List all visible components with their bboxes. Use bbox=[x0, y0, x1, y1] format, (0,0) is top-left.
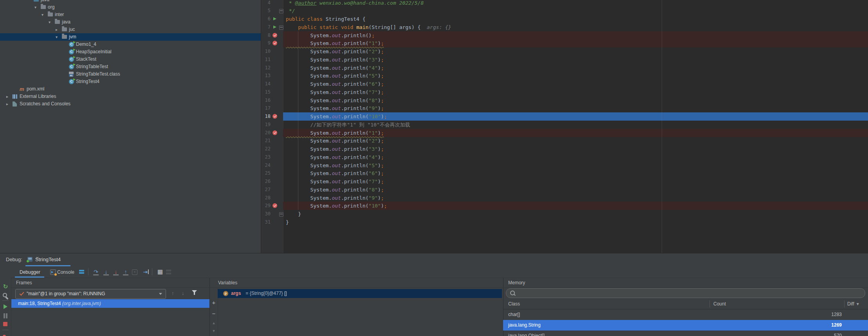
chevron-down-icon[interactable]: ▾ bbox=[49, 18, 51, 26]
view-breakpoints-icon[interactable] bbox=[2, 334, 9, 336]
tree-item-juc[interactable]: ▸juc bbox=[0, 26, 261, 33]
tree-item-label: HeapSpaceInitial bbox=[76, 48, 112, 56]
column-header-class[interactable]: Class bbox=[508, 301, 520, 307]
evaluate-expression-icon[interactable]: ▦ bbox=[157, 268, 164, 275]
line-number: 4 bbox=[261, 0, 271, 7]
layout-settings-icon[interactable] bbox=[79, 270, 84, 274]
close-session-icon[interactable]: × bbox=[36, 255, 39, 261]
tree-item-jvm[interactable]: ▾jvm bbox=[0, 33, 261, 41]
token-plain bbox=[338, 24, 341, 30]
move-watch-up-icon[interactable]: ▲ bbox=[211, 321, 217, 325]
step-into-icon[interactable]: ↓ bbox=[103, 268, 110, 275]
token-field: out bbox=[332, 57, 341, 63]
token-field: out bbox=[332, 105, 341, 111]
memory-search-input[interactable] bbox=[506, 288, 865, 298]
stop-icon[interactable] bbox=[3, 322, 7, 326]
breakpoint-icon[interactable] bbox=[272, 41, 277, 45]
rerun-debug-icon[interactable]: ↻ bbox=[2, 284, 9, 290]
tree-item-stringtest4[interactable]: StringTest4 bbox=[0, 78, 261, 85]
variables-panel-header: Variables bbox=[209, 278, 503, 288]
tree-item-java[interactable]: ▾java bbox=[0, 18, 261, 26]
hide-frames-filter-icon[interactable] bbox=[192, 290, 197, 295]
code-text: System.out.println("1"); bbox=[286, 129, 384, 137]
token-doc: wenxiao.wo@hand-china.com 2022/5/8 bbox=[316, 0, 424, 6]
code-line-11: 11 System.out.println("3"); bbox=[261, 56, 868, 64]
tree-item-stacktest[interactable]: StackTest bbox=[0, 56, 261, 63]
new-watch-icon[interactable]: + bbox=[211, 299, 217, 306]
memory-row-java-lang-string[interactable]: java.lang.String1269 bbox=[503, 320, 868, 331]
previous-frame-icon[interactable]: ↑ bbox=[171, 290, 174, 296]
thread-selector-dropdown[interactable]: "main"@1 in group "main": RUNNING bbox=[15, 289, 166, 299]
memory-row-char[interactable]: char[]1283 bbox=[503, 309, 868, 320]
fold-marker-icon[interactable] bbox=[279, 25, 283, 30]
chevron-right-icon[interactable]: ▸ bbox=[6, 93, 8, 100]
token-field: out bbox=[332, 170, 341, 176]
restore-layout-icon[interactable] bbox=[166, 270, 171, 274]
code-editor[interactable]: 4 * @author wenxiao.wo@hand-china.com 20… bbox=[261, 0, 868, 253]
variable-value: = {String[0]@477} [] bbox=[244, 289, 287, 298]
breakpoint-icon[interactable] bbox=[272, 130, 277, 135]
chevron-down-icon[interactable]: ▾ bbox=[34, 4, 36, 11]
tab-debugger[interactable]: Debugger bbox=[20, 269, 40, 275]
step-out-icon[interactable]: ↑ bbox=[122, 268, 129, 275]
chevron-right-icon[interactable]: ▸ bbox=[56, 26, 58, 33]
run-gutter-icon[interactable] bbox=[273, 25, 276, 29]
ide-window: java▾org▾inter▾java▸juc▾jvmDemo1_4HeapSp… bbox=[0, 0, 868, 336]
tree-item-external-libraries[interactable]: ▸External Libraries bbox=[0, 93, 261, 100]
token-plain: ) bbox=[378, 40, 381, 46]
breakpoint-icon[interactable] bbox=[272, 114, 277, 119]
tree-item-demo1-4[interactable]: Demo1_4 bbox=[0, 41, 261, 48]
chevron-right-icon[interactable]: ▸ bbox=[6, 100, 8, 108]
next-frame-icon[interactable]: ↓ bbox=[182, 290, 184, 296]
chevron-down-icon[interactable]: ▾ bbox=[42, 11, 43, 18]
code-line-18: 18 System.out.println("10"); bbox=[261, 112, 868, 121]
breakpoint-icon[interactable] bbox=[272, 203, 277, 208]
token-str: "6" bbox=[368, 81, 377, 87]
token-plain bbox=[286, 24, 298, 30]
run-gutter-icon[interactable] bbox=[273, 17, 276, 20]
column-header-count[interactable]: Count bbox=[713, 301, 726, 307]
right-margin-guide bbox=[662, 0, 662, 253]
token-plain: ) bbox=[378, 138, 381, 144]
tree-item-org[interactable]: ▾org bbox=[0, 4, 261, 11]
tree-item-heapspaceinitial[interactable]: HeapSpaceInitial bbox=[0, 48, 261, 56]
token-field: out bbox=[332, 195, 341, 201]
drop-frame-icon[interactable] bbox=[132, 269, 137, 275]
tree-item-inter[interactable]: ▾inter bbox=[0, 11, 261, 18]
tree-item-scratches-and-consoles[interactable]: ▸Scratches and Consoles bbox=[0, 100, 261, 108]
token-plain: System. bbox=[286, 187, 332, 193]
breakpoint-icon[interactable] bbox=[272, 33, 277, 38]
token-field: out bbox=[332, 154, 341, 160]
run-to-cursor-icon[interactable]: ⇥ bbox=[142, 268, 149, 275]
tree-item-java[interactable]: java bbox=[0, 0, 261, 4]
fold-marker-icon[interactable] bbox=[279, 212, 283, 217]
folder-icon bbox=[55, 20, 60, 24]
token-plain: ) bbox=[378, 195, 381, 201]
token-plain: System. bbox=[286, 57, 332, 63]
move-watch-down-icon[interactable]: ▼ bbox=[211, 329, 217, 333]
token-str: "9" bbox=[368, 195, 377, 201]
token-plain: .println( bbox=[341, 57, 368, 63]
token-semi: ; bbox=[381, 146, 384, 152]
line-number: 6 bbox=[261, 15, 271, 23]
project-tree-panel[interactable]: java▾org▾inter▾java▸juc▾jvmDemo1_4HeapSp… bbox=[0, 0, 261, 253]
step-over-icon[interactable]: ↷ bbox=[92, 268, 99, 275]
pause-icon[interactable] bbox=[2, 313, 9, 318]
variables-panel: Variables + − ▲ ▼ args = {String[0]@477}… bbox=[209, 278, 503, 336]
memory-row-java-lang-object[interactable]: java.lang.Object[]570 bbox=[503, 331, 868, 336]
resume-icon[interactable] bbox=[2, 303, 9, 310]
token-plain: System. bbox=[286, 179, 332, 184]
tree-item-pom-xml[interactable]: pom.xml bbox=[0, 85, 261, 93]
tree-item-stringtabletest[interactable]: StringTableTest bbox=[0, 63, 261, 70]
variable-row-args[interactable]: args = {String[0]@477} [] bbox=[218, 289, 502, 298]
variables-title: Variables bbox=[218, 280, 237, 285]
tree-item-stringtabletest-class[interactable]: StringTableTest.class bbox=[0, 70, 261, 78]
remove-watch-icon[interactable]: − bbox=[211, 310, 217, 317]
fold-marker-icon[interactable] bbox=[279, 9, 283, 13]
stack-frame-row[interactable]: main:18, StringTest4 (org.inter.java.jvm… bbox=[11, 299, 210, 308]
force-step-into-icon[interactable]: ↓ bbox=[112, 268, 119, 275]
column-header-diff[interactable]: Diff bbox=[847, 301, 859, 307]
chevron-down-icon[interactable]: ▾ bbox=[56, 33, 58, 41]
settings-icon[interactable] bbox=[2, 293, 9, 299]
token-plain: .println( bbox=[341, 179, 368, 184]
